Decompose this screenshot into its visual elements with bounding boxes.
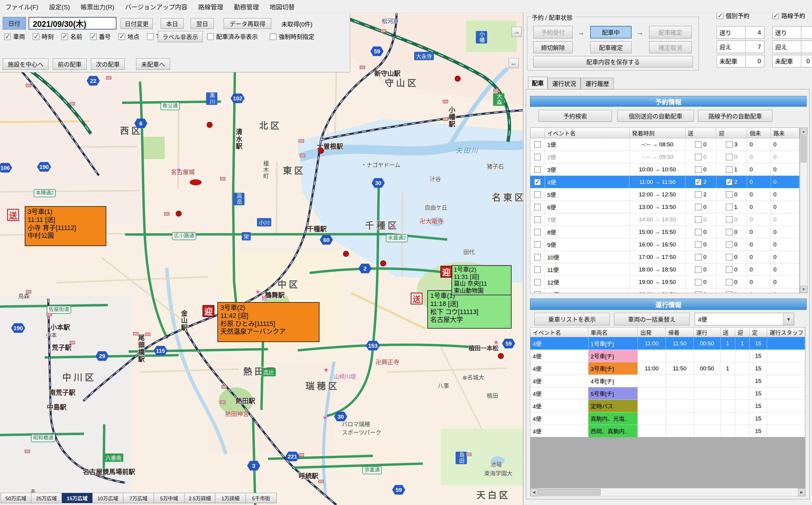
send-checkbox[interactable] [695, 216, 702, 223]
checkbox[interactable] [33, 33, 39, 40]
filter-check[interactable]: 強制時刻指定 [270, 32, 314, 41]
operation-row[interactable]: 4便西岡、真駒内..15 [530, 425, 805, 438]
reservation-point-marker[interactable] [207, 122, 213, 128]
row-select-checkbox[interactable] [530, 226, 545, 238]
column-header[interactable]: 運行 [694, 327, 721, 337]
row-select-checkbox[interactable] [530, 264, 545, 276]
reservation-row[interactable]: 1便--:-- → 08:500300 [530, 138, 800, 151]
display-option-check[interactable]: 車両 [4, 32, 25, 41]
pickup-checkbox[interactable] [726, 266, 733, 273]
refetch-button[interactable]: データ再取得 [224, 18, 271, 29]
checkbox[interactable] [534, 229, 541, 235]
row-select-checkbox[interactable] [530, 213, 545, 225]
reservation-point-marker[interactable] [318, 148, 324, 154]
column-header[interactable]: 送 [721, 327, 735, 337]
zoom-level-button[interactable]: 1万詳細 [215, 493, 246, 503]
reservation-point-marker[interactable] [455, 76, 461, 81]
deadline-release-button[interactable]: 締切解除 [533, 41, 573, 53]
column-header[interactable]: 帰着 [666, 327, 694, 337]
checkbox[interactable] [534, 154, 541, 160]
row-select-checkbox[interactable] [530, 163, 545, 175]
send-checkbox[interactable] [695, 191, 702, 198]
filter-check[interactable]: 配車済み非表示 [207, 32, 258, 41]
reservation-point-marker[interactable] [343, 251, 349, 257]
reservation-row[interactable]: 4便11:00 → 11:502200 [530, 176, 800, 188]
chevron-down-icon[interactable]: ▼ [783, 313, 794, 325]
individual-auto-dispatch-button[interactable]: 個別送迎の自動配車 [617, 110, 694, 122]
pickup-checkbox[interactable] [726, 166, 733, 173]
tab-運行状況[interactable]: 運行状況 [548, 78, 581, 89]
column-header[interactable]: 迎 [717, 128, 747, 138]
send-checkbox[interactable] [695, 291, 702, 294]
send-icon[interactable]: 送 [411, 293, 423, 305]
column-header[interactable] [530, 128, 545, 138]
row-select-checkbox[interactable] [530, 238, 545, 250]
route-auto-dispatch-button[interactable]: 路線予約の自動配車 [698, 110, 772, 122]
column-header[interactable]: 発着時刻 [629, 128, 686, 138]
scroll-thumb[interactable] [538, 489, 601, 495]
checkbox[interactable] [534, 254, 541, 261]
map-pan-left-button[interactable]: ← [509, 58, 519, 68]
dispatch-label[interactable]: 1号車(1)11:18 [送]松下 コウ[11113]名古屋大学 [427, 290, 512, 329]
checkbox[interactable] [534, 216, 541, 223]
reservation-row[interactable]: 13便20:00 → 20:500000 [530, 288, 800, 293]
checkbox[interactable] [534, 166, 541, 173]
reservation-row[interactable]: 3便10:00 → 10:500100 [530, 163, 800, 176]
column-header[interactable]: 定 [750, 327, 767, 337]
date-change-button[interactable]: 日付変更 [120, 18, 153, 29]
operation-h-scrollbar[interactable]: ◀ ▶ [530, 488, 805, 496]
display-option-check[interactable]: 時刻 [33, 32, 54, 41]
checkbox[interactable] [147, 33, 154, 40]
today-button[interactable]: 本日 [161, 18, 184, 29]
reservation-point-marker[interactable] [380, 261, 386, 266]
checkbox[interactable] [534, 204, 541, 210]
row-select-checkbox[interactable] [530, 201, 545, 213]
send-checkbox[interactable] [695, 279, 702, 286]
reservation-row[interactable]: 2便--:-- → 09:500000 [530, 151, 800, 163]
column-header[interactable]: 運行スタッフ [767, 327, 805, 337]
zoom-level-button[interactable]: 5千市街 [246, 493, 277, 503]
map-pan-right-button[interactable]: → [512, 27, 522, 37]
scroll-up-button[interactable]: ▲ [800, 128, 807, 135]
row-select-checkbox[interactable] [530, 151, 545, 163]
menu-item[interactable]: バージョンアップ内容 [120, 0, 193, 13]
pickup-checkbox[interactable] [726, 191, 733, 198]
checkbox[interactable] [90, 33, 96, 40]
send-checkbox[interactable] [695, 166, 702, 173]
pickup-checkbox[interactable] [726, 291, 733, 294]
reservation-row[interactable]: 7便14:00 → 14:500000 [530, 213, 800, 226]
send-checkbox[interactable] [695, 254, 702, 261]
send-checkbox[interactable] [695, 179, 702, 185]
scroll-thumb[interactable] [801, 136, 807, 162]
row-select-checkbox[interactable] [530, 138, 545, 150]
send-checkbox[interactable] [695, 229, 702, 235]
pickup-checkbox[interactable] [726, 279, 733, 286]
menu-item[interactable]: 帳票出力(R) [75, 0, 120, 13]
date-button[interactable]: 日付 [3, 17, 26, 29]
row-select-checkbox[interactable] [530, 276, 545, 288]
zoom-level-button[interactable]: 50万広域 [1, 493, 31, 503]
display-option-check[interactable]: 地点 [118, 32, 140, 41]
reservation-row[interactable]: 5便12:00 → 12:502000 [530, 188, 800, 201]
column-header[interactable]: イベント名 [545, 128, 629, 138]
checkbox[interactable] [534, 266, 541, 273]
reservation-point-marker[interactable] [176, 211, 182, 217]
reservation-row[interactable]: 10便17:00 → 17:500000 [530, 251, 800, 264]
operation-row[interactable]: 4便4号車[チ]15 [530, 375, 805, 387]
row-select-checkbox[interactable] [530, 188, 545, 200]
operation-row[interactable]: 4便5号車[チ]15 [530, 387, 805, 400]
tomorrow-button[interactable]: 翌日 [191, 18, 214, 29]
reservation-row[interactable]: 9便16:00 → 16:500000 [530, 238, 800, 251]
label-hide-button[interactable]: ラベル非表示 [158, 31, 203, 42]
pickup-icon[interactable]: 迎 [203, 305, 214, 317]
operation-row[interactable]: 4便1号車[チ]11:0011:5000:501115 [530, 337, 805, 350]
date-value-field[interactable]: 2021/09/30(木) [29, 17, 116, 29]
checkbox[interactable] [534, 191, 541, 198]
checkbox[interactable] [207, 33, 214, 40]
send-checkbox[interactable] [695, 266, 702, 273]
column-header[interactable]: 出発 [638, 327, 666, 337]
send-icon[interactable]: 送 [7, 209, 19, 221]
flow-confirm-button[interactable]: 配車確定 [649, 26, 692, 38]
pickup-checkbox[interactable] [726, 179, 733, 185]
zoom-level-button[interactable]: 15万広域 [62, 493, 92, 503]
